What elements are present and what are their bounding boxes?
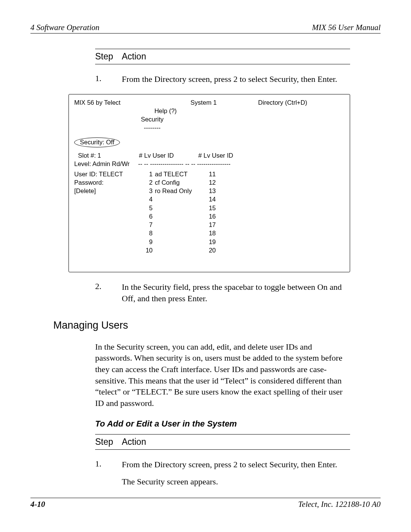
security-toggle-highlight: Security: Off	[74, 137, 120, 147]
terminal-grid-row: 717	[74, 220, 344, 229]
terminal-cell	[74, 204, 135, 212]
terminal-cell	[218, 170, 260, 178]
terminal-cell: 17	[197, 220, 218, 229]
terminal-cell	[74, 238, 135, 246]
col-step-label: Step	[95, 437, 122, 447]
terminal-cell: 2	[135, 178, 155, 187]
terminal-grid-row: 414	[74, 195, 344, 203]
terminal-cell	[155, 195, 197, 203]
terminal-cell	[74, 195, 135, 203]
terminal-cell	[155, 246, 197, 254]
header-left: 4 Software Operation	[30, 23, 99, 32]
table-row: The Security screen appears.	[95, 470, 350, 487]
col-header-1: # Lv User ID	[139, 151, 198, 160]
terminal-cell	[155, 229, 197, 237]
terminal-cell: Password:	[74, 178, 135, 187]
footer-right: Telect, Inc. 122188-10 A0	[298, 500, 381, 509]
terminal-cell	[155, 238, 197, 246]
terminal-grid-row: 515	[74, 204, 344, 212]
terminal-cell: User ID: TELECT	[74, 170, 135, 178]
terminal-cell	[155, 220, 197, 229]
col-action-label: Action	[122, 51, 146, 62]
step-action-table-1: Step Action 1. From the Directory screen…	[95, 49, 350, 85]
terminal-cell: 6	[135, 212, 155, 220]
terminal-cell	[155, 212, 197, 220]
terminal-grid-row: 616	[74, 212, 344, 220]
terminal-cell	[74, 229, 135, 237]
step-number: 1.	[95, 73, 122, 85]
step-number	[95, 476, 122, 487]
sub-heading: To Add or Edit a User in the System	[95, 419, 381, 429]
terminal-cell: 16	[197, 212, 218, 220]
step-number: 2.	[95, 281, 122, 304]
col-action-label: Action	[122, 437, 146, 447]
terminal-grid-row: 818	[74, 229, 344, 237]
body-paragraph: In the Security screen, you can add, edi…	[95, 341, 350, 409]
terminal-cell: 20	[197, 246, 218, 254]
terminal-product: MIX 56 by Telect	[74, 98, 161, 107]
terminal-cell	[218, 187, 260, 195]
terminal-cell: 13	[197, 187, 218, 195]
terminal-cell: 11	[197, 170, 218, 178]
terminal-help: Help (?)	[0, 107, 344, 115]
terminal-title: Security	[0, 115, 344, 123]
terminal-cell: [Delete]	[74, 187, 135, 195]
terminal-cell	[218, 220, 260, 229]
table-row: 1. From the Directory screen, press 2 to…	[95, 64, 350, 85]
terminal-cell: 19	[197, 238, 218, 246]
terminal-cell: 15	[197, 204, 218, 212]
terminal-cell: 10	[135, 246, 155, 254]
terminal-screenshot: MIX 56 by Telect System 1 Directory (Ctr…	[68, 94, 350, 273]
terminal-cell: 8	[135, 229, 155, 237]
step-action-table-2: Step Action 1. From the Directory screen…	[95, 434, 350, 487]
terminal-grid-row: [Delete]3ro Read Only13	[74, 187, 344, 195]
section-heading: Managing Users	[53, 320, 381, 331]
step-extra-text: The Security screen appears.	[122, 476, 350, 487]
terminal-cell	[74, 246, 135, 254]
terminal-cell	[218, 178, 260, 187]
page-number: 4-10	[30, 500, 45, 509]
terminal-directory: Directory (Ctrl+D)	[247, 98, 344, 107]
terminal-cell	[218, 204, 260, 212]
step-text: From the Directory screen, press 2 to se…	[122, 73, 350, 85]
table-row: 2. In the Security field, press the spac…	[95, 272, 350, 304]
terminal-cell	[218, 246, 260, 254]
terminal-cell	[155, 204, 197, 212]
terminal-user-grid: User ID: TELECT1ad TELECT11Password:2cf …	[74, 170, 344, 255]
terminal-cell: 14	[197, 195, 218, 203]
separator-line: -- -- ---------------- -- -- -----------…	[135, 160, 231, 168]
terminal-cell: 4	[135, 195, 155, 203]
header-right: MIX 56 User Manual	[312, 23, 381, 32]
terminal-cell	[218, 238, 260, 246]
terminal-cell: 3	[135, 187, 155, 195]
terminal-cell: 1	[135, 170, 155, 178]
slot-label: Slot #: 1	[74, 151, 139, 160]
terminal-cell: cf Config	[155, 178, 197, 187]
content: Step Action 1. From the Directory screen…	[30, 49, 381, 487]
terminal-sep-row: Level: Admin Rd/Wr -- -- ---------------…	[74, 160, 344, 168]
terminal-cell: 18	[197, 229, 218, 237]
terminal-cell: ro Read Only	[155, 187, 197, 195]
col-step-label: Step	[95, 51, 122, 62]
col-header-2: # Lv User ID	[198, 151, 258, 160]
terminal-grid-row: User ID: TELECT1ad TELECT11	[74, 170, 344, 178]
table-header: Step Action	[95, 434, 350, 450]
level-label: Level: Admin Rd/Wr	[74, 160, 135, 168]
terminal-cell: 12	[197, 178, 218, 187]
security-field-row: Security: Off	[74, 137, 344, 147]
step-number: 1.	[95, 459, 122, 470]
terminal-cell: 7	[135, 220, 155, 229]
terminal-grid-row: Password:2cf Config12	[74, 178, 344, 187]
step-text: From the Directory screen, press 2 to se…	[122, 459, 350, 470]
terminal-cell: ad TELECT	[155, 170, 197, 178]
step-action-table-1b: 2. In the Security field, press the spac…	[95, 272, 350, 304]
terminal-cell	[74, 220, 135, 229]
page: 4 Software Operation MIX 56 User Manual …	[0, 0, 411, 532]
terminal-grid-row: 1020	[74, 246, 344, 254]
terminal-cell	[218, 212, 260, 220]
terminal-system: System 1	[161, 98, 247, 107]
terminal-title-underline: --------	[0, 123, 344, 132]
terminal-cell	[218, 195, 260, 203]
terminal-cell	[74, 212, 135, 220]
terminal-cell: 5	[135, 204, 155, 212]
